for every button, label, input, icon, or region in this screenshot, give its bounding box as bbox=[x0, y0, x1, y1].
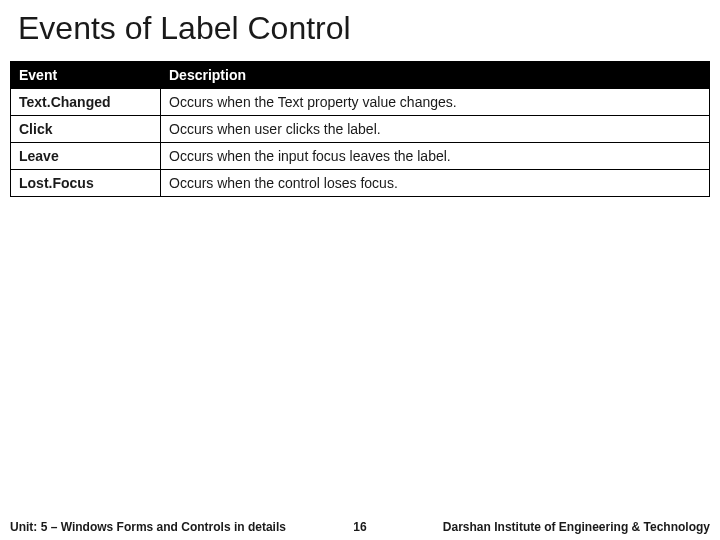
cell-event: Text.Changed bbox=[11, 89, 161, 116]
table-row: Text.Changed Occurs when the Text proper… bbox=[11, 89, 710, 116]
slide-title: Events of Label Control bbox=[0, 0, 720, 61]
footer: Unit: 5 – Windows Forms and Controls in … bbox=[0, 520, 720, 534]
footer-page: 16 bbox=[353, 520, 366, 534]
cell-event: Lost.Focus bbox=[11, 170, 161, 197]
header-description: Description bbox=[161, 62, 710, 89]
table-header-row: Event Description bbox=[11, 62, 710, 89]
table-row: Lost.Focus Occurs when the control loses… bbox=[11, 170, 710, 197]
cell-event: Leave bbox=[11, 143, 161, 170]
events-table: Event Description Text.Changed Occurs wh… bbox=[10, 61, 710, 197]
cell-description: Occurs when user clicks the label. bbox=[161, 116, 710, 143]
table-row: Leave Occurs when the input focus leaves… bbox=[11, 143, 710, 170]
footer-unit: Unit: 5 – Windows Forms and Controls in … bbox=[10, 520, 286, 534]
cell-description: Occurs when the Text property value chan… bbox=[161, 89, 710, 116]
header-event: Event bbox=[11, 62, 161, 89]
footer-institute: Darshan Institute of Engineering & Techn… bbox=[443, 520, 710, 534]
cell-description: Occurs when the input focus leaves the l… bbox=[161, 143, 710, 170]
cell-description: Occurs when the control loses focus. bbox=[161, 170, 710, 197]
cell-event: Click bbox=[11, 116, 161, 143]
table-row: Click Occurs when user clicks the label. bbox=[11, 116, 710, 143]
